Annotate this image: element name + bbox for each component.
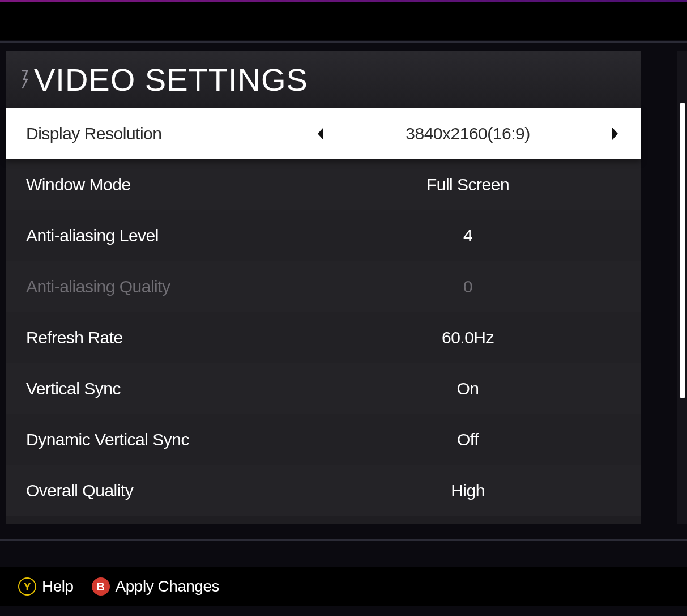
settings-panel: VIDEO SETTINGS Display Resolution 3840x2…: [6, 51, 641, 524]
row-label: Dynamic Vertical Sync: [26, 430, 315, 449]
b-button-icon: B: [92, 577, 110, 596]
chevron-right-icon[interactable]: [609, 126, 621, 142]
chevron-left-icon[interactable]: [315, 126, 326, 142]
bottom-frame-line: [0, 539, 687, 541]
row-anti-aliasing-quality: Anti-aliasing Quality 0: [6, 261, 641, 312]
top-frame-line: [0, 41, 687, 43]
footer-bar: Y Help B Apply Changes: [0, 567, 687, 606]
top-black-band: [0, 2, 687, 40]
video-settings-screen: VIDEO SETTINGS Display Resolution 3840x2…: [0, 0, 687, 616]
value-stepper: 3840x2160(16:9): [315, 124, 621, 143]
row-refresh-rate[interactable]: Refresh Rate 60.0Hz: [6, 312, 641, 363]
value-stepper: 60.0Hz: [315, 328, 621, 347]
row-value: Full Screen: [315, 175, 621, 194]
row-window-mode[interactable]: Window Mode Full Screen: [6, 159, 641, 210]
row-label: Display Resolution: [26, 124, 315, 143]
row-value: On: [315, 379, 621, 398]
row-value: 60.0Hz: [315, 328, 621, 347]
value-stepper: Full Screen: [315, 175, 621, 194]
row-label: Overall Quality: [26, 481, 315, 500]
scrollbar-track[interactable]: [677, 51, 687, 524]
row-label: Vertical Sync: [26, 379, 315, 398]
page-title: VIDEO SETTINGS: [34, 61, 308, 98]
apply-changes-label: Apply Changes: [116, 577, 219, 596]
settings-rows: Display Resolution 3840x2160(16:9) Windo…: [6, 108, 641, 516]
value-stepper: High: [315, 481, 621, 500]
row-label: Window Mode: [26, 175, 315, 194]
row-overall-quality[interactable]: Overall Quality High: [6, 465, 641, 516]
help-button[interactable]: Y Help: [18, 577, 74, 596]
row-label: Anti-aliasing Level: [26, 226, 315, 245]
row-display-resolution[interactable]: Display Resolution 3840x2160(16:9): [6, 108, 641, 159]
value-stepper: Off: [315, 430, 621, 449]
value-stepper: On: [315, 379, 621, 398]
value-stepper: 4: [315, 226, 621, 245]
row-anti-aliasing-level[interactable]: Anti-aliasing Level 4: [6, 210, 641, 261]
row-value: 0: [315, 277, 621, 296]
row-vertical-sync[interactable]: Vertical Sync On: [6, 363, 641, 414]
value-stepper: 0: [315, 277, 621, 296]
row-value: 3840x2160(16:9): [326, 124, 609, 143]
apply-changes-button[interactable]: B Apply Changes: [92, 577, 219, 596]
row-value: High: [315, 481, 621, 500]
row-dynamic-vertical-sync[interactable]: Dynamic Vertical Sync Off: [6, 414, 641, 465]
title-decor-icon: [19, 69, 32, 90]
y-button-icon: Y: [18, 577, 36, 596]
help-label: Help: [42, 577, 74, 596]
row-label: Anti-aliasing Quality: [26, 277, 315, 296]
row-value: Off: [315, 430, 621, 449]
scrollbar-thumb[interactable]: [680, 103, 685, 398]
row-label: Refresh Rate: [26, 328, 315, 347]
row-value: 4: [315, 226, 621, 245]
title-bar: VIDEO SETTINGS: [6, 51, 641, 108]
